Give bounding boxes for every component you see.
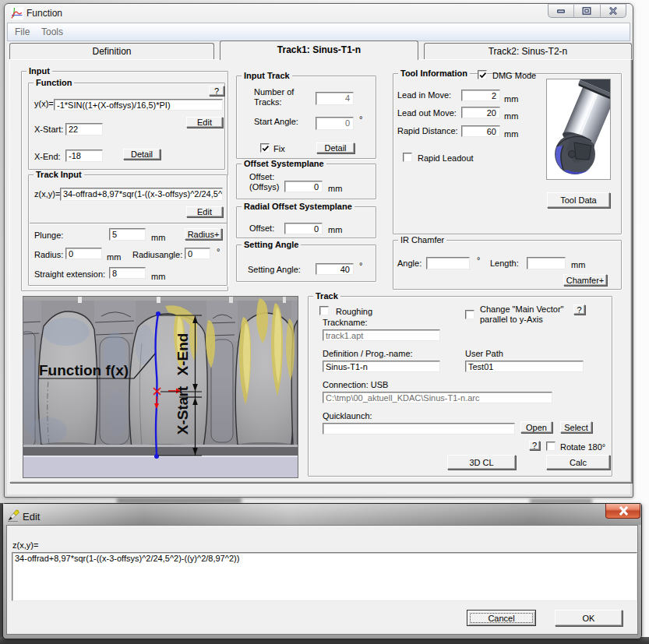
- svg-text:X-End: X-End: [175, 333, 191, 376]
- svg-text:Function f(x): Function f(x): [39, 362, 129, 378]
- svg-text:X-Start: X-Start: [175, 385, 191, 435]
